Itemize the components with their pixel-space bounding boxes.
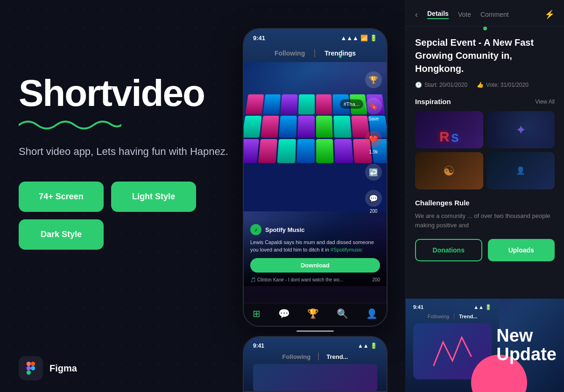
share-action[interactable]: ↩️ (365, 164, 382, 181)
right-panel: ‹ Details Vote Comment ⚡ Sepcial Event -… (405, 0, 564, 392)
new-update-line1: New (496, 326, 533, 345)
share-icon[interactable]: ⚡ (544, 9, 555, 20)
nav-trendings[interactable]: Trendings (324, 49, 356, 57)
hero-title: Shortvideo (19, 75, 243, 112)
phone2-nav-divider (318, 353, 319, 360)
chat-icon[interactable]: 💬 (278, 308, 290, 319)
figma-icon (19, 356, 43, 380)
wave-decoration (19, 116, 121, 134)
uploads-button[interactable]: Uploads (488, 239, 555, 261)
active-indicator-dot (483, 27, 487, 30)
phone-bottom-nav: ⊞ 💬 🏆 🔍 👤 (244, 303, 387, 326)
phone-mockup: 9:41 ▲▲▲ 📶 🔋 Following Trendings (243, 28, 388, 332)
phone-bottom-info: ♪ Spotify Music Lewis Capaldi says his m… (244, 219, 387, 286)
music-row: 🎵 Clinton Kane - I dont want watch the w… (250, 277, 380, 282)
profile-icon[interactable]: 👤 (366, 308, 378, 319)
action-buttons: Donations Uploads (415, 239, 555, 261)
inspiration-image-2: ✦ (487, 111, 555, 148)
spotify-logo: ♪ (250, 224, 261, 235)
new-update-label: New Update (496, 327, 557, 364)
vote-icon: 👍 (477, 82, 484, 88)
hero-subtitle: Short video app, Lets having fun with Ha… (19, 144, 243, 159)
phone-side-actions: 🏆 🔖 Save ❤️ 1.9k ↩️ 💬 200 (365, 71, 382, 214)
caption-text: Lewis Capaldi says his mum and dad disse… (250, 239, 380, 253)
start-date: Start: 20/01/2020 (424, 82, 467, 88)
spotify-name: Spotify Music (265, 226, 305, 233)
home-icon[interactable]: ⊞ (253, 308, 261, 319)
svg-point-4 (31, 366, 35, 370)
event-meta: 🕐 Start: 20/01/2020 👍 Vote: 31/01/2020 (415, 82, 555, 88)
phone2-nav-trendings: Trend... (326, 353, 348, 360)
new-update-section: 9:41 ▲▲ 🔋 Following Trend... (406, 299, 564, 392)
challenges-section: Challenges Rule We are a comunity ... of… (415, 199, 555, 230)
right-panel-header: ‹ Details Vote Comment ⚡ (406, 0, 564, 27)
phone-video-content: 🏆 🔖 Save ❤️ 1.9k ↩️ 💬 200 (244, 62, 387, 286)
svg-rect-1 (31, 362, 35, 366)
figma-label: Figma (49, 363, 77, 374)
phone-time: 9:41 (253, 35, 265, 42)
like-action[interactable]: ❤️ 1.9k (365, 131, 382, 154)
inspiration-header: Inspiration View All (415, 98, 555, 105)
inspiration-grid: R S ✦ ☯ 👤 (415, 111, 555, 189)
buttons-grid: 74+ Screen Light Style Dark Style (19, 182, 196, 250)
trophy-nav-icon[interactable]: 🏆 (307, 308, 319, 319)
phone2-time: 9:41 (253, 343, 264, 349)
phone2-nav-following: Following (282, 353, 311, 360)
screen-count-button[interactable]: 74+ Screen (19, 182, 104, 212)
phone-mockup-second: 9:41 ▲▲ 🔋 Following Trend... (243, 336, 388, 392)
tab-vote[interactable]: Vote (458, 11, 471, 18)
trophy-action[interactable]: 🏆 (365, 71, 382, 88)
tab-comment[interactable]: Comment (480, 11, 509, 18)
nav-following[interactable]: Following (275, 49, 305, 57)
search-icon[interactable]: 🔍 (337, 308, 348, 319)
comment-action[interactable]: 💬 200 (365, 190, 382, 214)
status-icons: ▲▲▲ 📶 🔋 (340, 35, 377, 42)
back-button[interactable]: ‹ (415, 10, 418, 20)
new-update-line2: Update (496, 344, 557, 364)
nav-divider (314, 49, 315, 57)
bookmark-action[interactable]: 🔖 Save (365, 98, 382, 121)
donations-button[interactable]: Donations (415, 239, 482, 261)
inspiration-title: Inspiration (415, 98, 451, 105)
challenges-text: We are a comunity ... of over two thousa… (415, 211, 555, 230)
view-all-link[interactable]: View All (535, 98, 555, 105)
inspiration-image-1: R S (415, 111, 483, 148)
light-style-button[interactable]: Light Style (111, 182, 196, 212)
hashtag-tag: #Tha... (340, 99, 363, 109)
figma-badge: Figma (19, 356, 77, 380)
download-button[interactable]: Download (250, 258, 380, 273)
phone-status-bar: 9:41 ▲▲▲ 📶 🔋 (244, 29, 387, 44)
phone-nav: Following Trendings (244, 44, 387, 62)
svg-rect-3 (27, 371, 31, 375)
svg-rect-2 (27, 366, 31, 370)
svg-rect-0 (27, 362, 31, 366)
dark-style-button[interactable]: Dark Style (19, 219, 104, 250)
inspiration-image-4: 👤 (487, 152, 555, 189)
scroll-indicator (296, 330, 334, 332)
challenges-title: Challenges Rule (415, 199, 555, 207)
event-title: Sepcial Event - A New Fast Growing Comun… (415, 36, 555, 75)
clock-icon: 🕐 (415, 82, 422, 88)
phone2-status: ▲▲ 🔋 (358, 343, 377, 349)
tab-details[interactable]: Details (427, 10, 449, 19)
inspiration-image-3: ☯ (415, 152, 483, 189)
vote-date: Vote: 31/01/2020 (486, 82, 529, 88)
